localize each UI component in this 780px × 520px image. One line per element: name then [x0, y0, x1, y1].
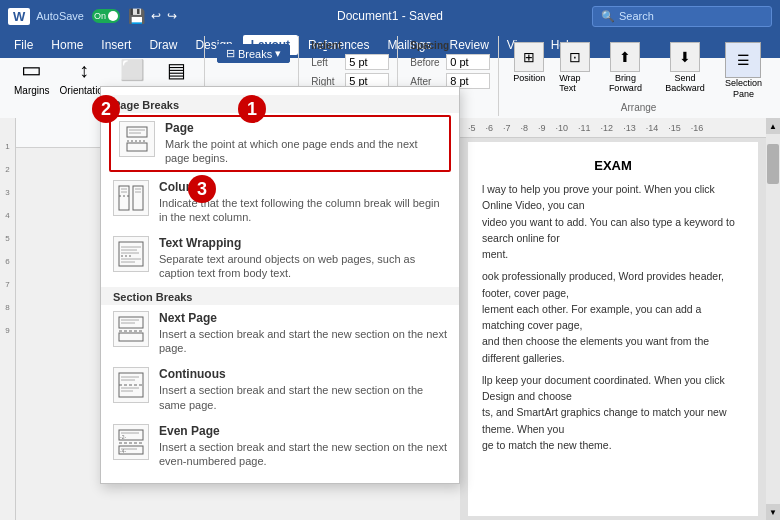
scroll-track[interactable]	[766, 134, 780, 504]
bring-forward-label: Bring Forward	[604, 73, 647, 93]
autosave-toggle[interactable]: On	[92, 9, 120, 23]
doc-title: EXAM	[482, 158, 744, 173]
evenpage-item-name: Even Page	[159, 424, 447, 438]
svg-rect-2	[127, 143, 147, 151]
indent-right-label: Right	[311, 76, 341, 87]
page-item-desc: Mark the point at which one page ends an…	[165, 137, 441, 166]
step-2: 2	[92, 95, 120, 123]
orientation-icon: ↕	[70, 56, 98, 84]
title-bar: W AutoSave On 💾 ↩ ↪ Document1 - Saved 🔍 …	[0, 0, 780, 32]
continuous-item-desc: Insert a section break and start the new…	[159, 383, 447, 412]
nextpage-item-text: Next Page Insert a section break and sta…	[159, 311, 447, 356]
svg-rect-21	[119, 333, 143, 341]
svg-rect-5	[119, 186, 129, 210]
indent-left-input[interactable]	[345, 54, 389, 70]
ruler-5: 5	[5, 234, 9, 243]
word-logo: W	[8, 8, 30, 25]
doc-para-1: video you want to add. You can also type…	[482, 214, 744, 247]
step-1: 1	[238, 95, 266, 123]
textwrap-item-text: Text Wrapping Separate text around objec…	[159, 236, 447, 281]
bring-forward-btn[interactable]: ⬆ Bring Forward	[600, 40, 651, 95]
dropdown-textwrap-item[interactable]: Text Wrapping Separate text around objec…	[101, 230, 459, 287]
toggle-circle	[108, 11, 118, 21]
selection-pane-icon: ☰	[725, 42, 761, 78]
textwrap-item-name: Text Wrapping	[159, 236, 447, 250]
document-area: ·5·6·7·8·9·10·11·12·13·14·15·16 EXAM l w…	[460, 118, 766, 520]
nextpage-item-name: Next Page	[159, 311, 447, 325]
arrange-label: Arrange	[509, 102, 768, 113]
position-icon: ⊞	[514, 42, 544, 72]
indent-title: Indent	[311, 40, 389, 51]
svg-rect-0	[127, 127, 147, 137]
svg-rect-6	[133, 186, 143, 210]
doc-para-5: and then choose the elements you want fr…	[482, 333, 744, 366]
ruler-9: 9	[5, 326, 9, 335]
dropdown-evenpage-item[interactable]: -2- -4- Even Page Insert a section break…	[101, 418, 459, 475]
doc-title-text: Document1 - Saved	[337, 9, 443, 23]
page-item-text: Page Mark the point at which one page en…	[165, 121, 441, 166]
wrap-text-label: Wrap Text	[559, 73, 590, 93]
redo-icon[interactable]: ↪	[167, 9, 177, 23]
doc-para-6: llp keep your document coordinated. When…	[482, 372, 744, 405]
search-placeholder: Search	[619, 10, 654, 22]
scrollbar-vertical[interactable]: ▲ ▼	[766, 118, 780, 520]
breaks-dropdown: Page Breaks Page Mark the point at which…	[100, 86, 460, 484]
scroll-thumb[interactable]	[767, 144, 779, 184]
dropdown-column-item[interactable]: Column Indicate that the text following …	[101, 174, 459, 231]
dropdown-page-item[interactable]: Page Mark the point at which one page en…	[109, 115, 451, 172]
ruler-3: 3	[5, 188, 9, 197]
step-3: 3	[188, 175, 216, 203]
section-breaks-title: Section Breaks	[101, 287, 459, 305]
columns-icon: ▤	[162, 56, 190, 84]
continuous-item-text: Continuous Insert a section break and st…	[159, 367, 447, 412]
position-btn[interactable]: ⊞ Position	[509, 40, 549, 85]
undo-icon[interactable]: ↩	[151, 9, 161, 23]
text-wrap-break-icon	[113, 236, 149, 272]
ruler-1: 1	[5, 142, 9, 151]
doc-para-4: lement each other. For example, you can …	[482, 301, 744, 334]
document-page: EXAM l way to help you prove your point.…	[468, 142, 758, 516]
ruler-vertical: 1 2 3 4 5 6 7 8 9	[0, 118, 16, 520]
evenpage-item-text: Even Page Insert a section break and sta…	[159, 424, 447, 469]
doc-para-3: ook professionally produced, Word provid…	[482, 268, 744, 301]
autosave-label: AutoSave	[36, 10, 84, 22]
doc-content: l way to help you prove your point. When…	[482, 181, 744, 453]
position-label: Position	[513, 73, 545, 83]
margins-btn[interactable]: ▭ Margins	[10, 54, 54, 98]
breaks-button[interactable]: ⊟ Breaks ▾	[217, 44, 290, 63]
page-item-name: Page	[165, 121, 441, 135]
scroll-up-btn[interactable]: ▲	[766, 118, 780, 134]
spacing-title: Spacing	[410, 40, 490, 51]
evenpage-item-desc: Insert a section break and start the new…	[159, 440, 447, 469]
search-icon: 🔍	[601, 10, 615, 23]
spacing-before-label: Before	[410, 57, 442, 68]
selection-pane-btn[interactable]: ☰ SelectionPane	[719, 40, 768, 102]
title-bar-left: W AutoSave On 💾 ↩ ↪	[8, 8, 199, 25]
page-breaks-title: Page Breaks	[101, 95, 459, 113]
selection-label: SelectionPane	[725, 78, 762, 100]
ruler-8: 8	[5, 303, 9, 312]
spacing-before-input[interactable]	[446, 54, 490, 70]
search-box[interactable]: 🔍 Search	[592, 6, 772, 27]
doc-title: Document1 - Saved	[199, 9, 581, 23]
dropdown-continuous-item[interactable]: Continuous Insert a section break and st…	[101, 361, 459, 418]
column-break-icon	[113, 180, 149, 216]
autosave-on: On	[94, 11, 106, 21]
dropdown-nextpage-item[interactable]: Next Page Insert a section break and sta…	[101, 305, 459, 362]
ruler-2: 2	[5, 165, 9, 174]
ruler-7: 7	[5, 280, 9, 289]
send-backward-btn[interactable]: ⬇ Send Backward	[657, 40, 713, 95]
breaks-label: Breaks	[238, 48, 272, 60]
breaks-dropdown-arrow: ▾	[275, 47, 281, 60]
save-icon[interactable]: 💾	[128, 8, 145, 24]
wrap-text-btn[interactable]: ⊡ Wrap Text	[555, 40, 594, 95]
ruler-4: 4	[5, 211, 9, 220]
send-backward-icon: ⬇	[670, 42, 700, 72]
bring-forward-icon: ⬆	[610, 42, 640, 72]
size-icon: ⬜	[119, 56, 147, 84]
scroll-down-btn[interactable]: ▼	[766, 504, 780, 520]
title-bar-right: 🔍 Search	[581, 6, 772, 27]
continuous-break-icon	[113, 367, 149, 403]
nextpage-item-desc: Insert a section break and start the new…	[159, 327, 447, 356]
continuous-item-name: Continuous	[159, 367, 447, 381]
